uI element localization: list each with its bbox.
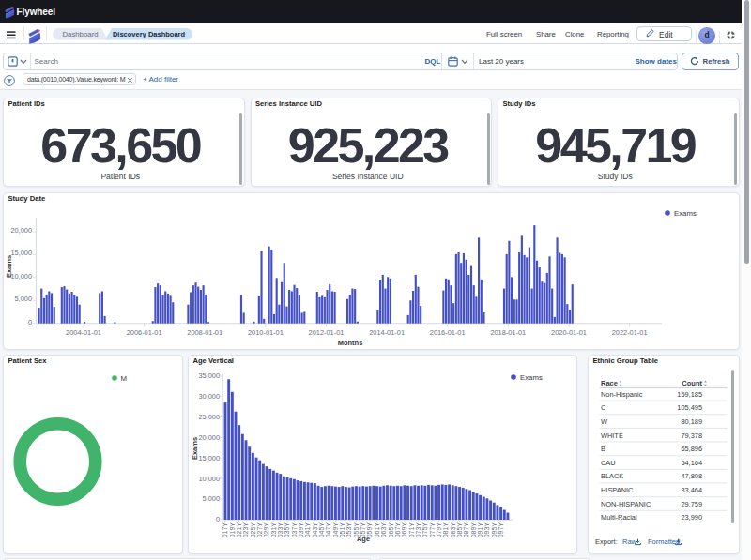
svg-text:2012-01-01: 2012-01-01 xyxy=(309,328,345,337)
svg-text:2020-01-01: 2020-01-01 xyxy=(551,328,587,337)
svg-text:087Y: 087Y xyxy=(463,522,469,538)
svg-text:097Y: 097Y xyxy=(498,522,504,538)
svg-text:B: B xyxy=(601,445,605,453)
svg-text:017Y: 017Y xyxy=(222,522,228,538)
svg-text:C: C xyxy=(601,403,606,412)
svg-text:NON-HISPANIC: NON-HISPANIC xyxy=(601,500,651,508)
svg-text:30,000: 30,000 xyxy=(198,392,220,401)
svg-text:2006-01-01: 2006-01-01 xyxy=(127,328,162,337)
svg-text:10,000: 10,000 xyxy=(198,475,220,483)
svg-text:Count: Count xyxy=(682,379,702,387)
svg-text:2014-01-01: 2014-01-01 xyxy=(369,328,405,337)
svg-text:031Y: 031Y xyxy=(270,522,277,538)
svg-text:Exams: Exams xyxy=(5,255,13,278)
svg-text:25,000: 25,000 xyxy=(198,413,220,421)
svg-text:29,759: 29,759 xyxy=(681,500,702,508)
svg-text:2016-01-01: 2016-01-01 xyxy=(430,328,466,337)
svg-text:20,000: 20,000 xyxy=(10,226,32,235)
svg-text:029Y: 029Y xyxy=(263,522,269,538)
svg-text:019Y: 019Y xyxy=(229,522,236,538)
svg-text:10,000: 10,000 xyxy=(10,272,32,280)
svg-text:23,990: 23,990 xyxy=(681,513,702,522)
svg-text:085Y: 085Y xyxy=(456,522,463,538)
svg-text:037Y: 037Y xyxy=(291,522,298,538)
svg-text:M: M xyxy=(121,374,128,383)
svg-text:BLACK: BLACK xyxy=(601,472,623,480)
svg-text:091Y: 091Y xyxy=(477,522,483,538)
svg-text:067Y: 067Y xyxy=(394,522,401,538)
svg-text:80,189: 80,189 xyxy=(681,417,702,426)
svg-text:79,378: 79,378 xyxy=(681,431,702,440)
svg-text:Exams: Exams xyxy=(520,373,543,382)
svg-text:2022-01-01: 2022-01-01 xyxy=(612,328,648,337)
svg-text:W: W xyxy=(601,417,607,426)
svg-text:073Y: 073Y xyxy=(415,522,421,538)
svg-text:071Y: 071Y xyxy=(408,522,415,538)
svg-text:0: 0 xyxy=(28,318,32,326)
svg-text:041Y: 041Y xyxy=(304,522,311,538)
svg-text:2018-01-01: 2018-01-01 xyxy=(490,328,526,337)
svg-text:WHITE: WHITE xyxy=(601,431,623,440)
svg-text:093Y: 093Y xyxy=(483,522,490,538)
svg-text:069Y: 069Y xyxy=(401,522,407,538)
svg-text:075Y: 075Y xyxy=(421,522,428,538)
svg-text:105,495: 105,495 xyxy=(677,403,702,412)
svg-text:053Y: 053Y xyxy=(345,522,352,538)
svg-text:081Y: 081Y xyxy=(442,522,449,538)
svg-text:023Y: 023Y xyxy=(242,522,249,538)
svg-text:035Y: 035Y xyxy=(284,522,290,538)
svg-text:079Y: 079Y xyxy=(436,522,442,538)
svg-text:15,000: 15,000 xyxy=(10,249,32,257)
svg-text:Export:: Export: xyxy=(595,537,618,546)
svg-text:021Y: 021Y xyxy=(236,522,242,538)
svg-text:35,000: 35,000 xyxy=(198,371,220,380)
svg-text:Months: Months xyxy=(338,339,363,347)
svg-text:CAU: CAU xyxy=(601,459,616,467)
svg-text:2010-01-01: 2010-01-01 xyxy=(248,328,284,337)
svg-text:HISPANIC: HISPANIC xyxy=(601,486,634,494)
svg-text:043Y: 043Y xyxy=(312,522,318,538)
svg-text:049Y: 049Y xyxy=(332,522,339,538)
svg-text:027Y: 027Y xyxy=(256,522,263,538)
svg-text:063Y: 063Y xyxy=(380,522,387,538)
svg-text:089Y: 089Y xyxy=(470,522,477,538)
svg-text:095Y: 095Y xyxy=(491,522,498,538)
svg-text:051Y: 051Y xyxy=(339,522,345,538)
svg-text:2004-01-01: 2004-01-01 xyxy=(66,328,101,337)
svg-text:47,808: 47,808 xyxy=(681,472,702,480)
svg-text:065Y: 065Y xyxy=(388,522,394,538)
svg-text:159,185: 159,185 xyxy=(677,390,702,399)
svg-text:Age: Age xyxy=(357,535,370,543)
svg-text:061Y: 061Y xyxy=(374,522,380,538)
svg-text:5,000: 5,000 xyxy=(203,494,221,503)
svg-text:083Y: 083Y xyxy=(450,522,456,538)
svg-text:65,896: 65,896 xyxy=(681,445,702,453)
svg-text:Exams: Exams xyxy=(191,437,199,460)
svg-text:54,164: 54,164 xyxy=(681,459,702,467)
svg-text:2008-01-01: 2008-01-01 xyxy=(187,328,222,337)
svg-text:033Y: 033Y xyxy=(277,522,284,538)
svg-text:Non-Hispanic: Non-Hispanic xyxy=(601,390,643,399)
svg-text:Exams: Exams xyxy=(674,209,697,218)
svg-text:20,000: 20,000 xyxy=(198,433,220,442)
svg-text:047Y: 047Y xyxy=(325,522,331,538)
svg-text:0: 0 xyxy=(216,515,220,523)
svg-text:15,000: 15,000 xyxy=(198,454,220,462)
svg-text:039Y: 039Y xyxy=(298,522,304,538)
svg-text:Multi-Racial: Multi-Racial xyxy=(601,513,637,522)
svg-text:077Y: 077Y xyxy=(429,522,436,538)
svg-text:33,464: 33,464 xyxy=(681,486,702,494)
svg-text:Race: Race xyxy=(601,379,618,387)
svg-text:025Y: 025Y xyxy=(250,522,256,538)
svg-text:5,000: 5,000 xyxy=(15,295,33,303)
svg-text:045Y: 045Y xyxy=(318,522,325,538)
